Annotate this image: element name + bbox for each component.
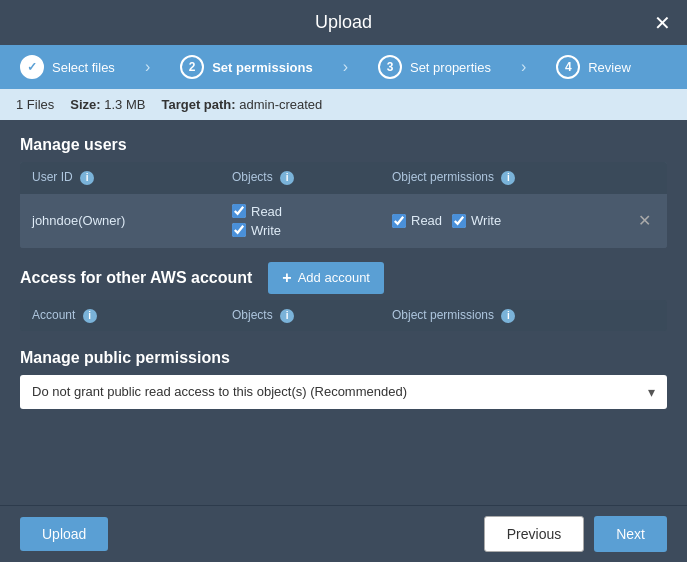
step-2-circle: 2 [180, 55, 204, 79]
objperm-read-label[interactable]: Read [392, 213, 442, 228]
objperm-write-label[interactable]: Write [452, 213, 501, 228]
public-perm-title: Manage public permissions [20, 349, 667, 367]
step-1-circle: ✓ [20, 55, 44, 79]
aws-table-header: Account i Objects i Object permissions i [20, 300, 667, 331]
info-bar: 1 Files Size: 1.3 MB Target path: admin-… [0, 89, 687, 120]
step-3[interactable]: 3 Set properties [378, 55, 491, 79]
objects-write-checkbox[interactable] [232, 223, 246, 237]
objects-read-label[interactable]: Read [232, 204, 392, 219]
public-perm-dropdown[interactable]: Do not grant public read access to this … [20, 375, 667, 409]
objperm-cell: Read Write ✕ [392, 211, 655, 230]
objects-write-text: Write [251, 223, 281, 238]
steps-bar: ✓ Select files › 2 Set permissions › 3 S… [0, 45, 687, 89]
upload-modal: Upload ✕ ✓ Select files › 2 Set permissi… [0, 0, 687, 562]
step-2-label: Set permissions [212, 60, 312, 75]
chevron-down-icon: ▾ [648, 384, 655, 400]
add-account-label: Add account [298, 270, 370, 285]
col-objects-header: Objects i [232, 170, 392, 185]
objperm-info-icon[interactable]: i [501, 171, 515, 185]
manage-users-title: Manage users [20, 136, 667, 154]
col-account-header: Account i [32, 308, 232, 323]
aws-access-section: Access for other AWS account + Add accou… [20, 262, 667, 331]
objperm-write-checkbox[interactable] [452, 214, 466, 228]
step-1-label: Select files [52, 60, 115, 75]
step-3-circle: 3 [378, 55, 402, 79]
users-table: User ID i Objects i Object permissions i… [20, 162, 667, 248]
modal-header: Upload ✕ [0, 0, 687, 45]
upload-button[interactable]: Upload [20, 517, 108, 551]
size-info: Size: 1.3 MB [70, 97, 145, 112]
step-4-circle: 4 [556, 55, 580, 79]
previous-button[interactable]: Previous [484, 516, 584, 552]
step-1[interactable]: ✓ Select files [20, 55, 115, 79]
account-info-icon[interactable]: i [83, 309, 97, 323]
col-objperm-header2: Object permissions i [392, 308, 655, 323]
col-objects-header2: Objects i [232, 308, 392, 323]
step-4[interactable]: 4 Review [556, 55, 631, 79]
divider-1: › [145, 58, 150, 76]
objects-cell: Read Write [232, 204, 392, 238]
objperm2-info-icon[interactable]: i [501, 309, 515, 323]
objects-info-icon[interactable]: i [280, 171, 294, 185]
objects-read-checkbox[interactable] [232, 204, 246, 218]
manage-users-section: Manage users User ID i Objects i Object … [20, 136, 667, 248]
modal-body: Manage users User ID i Objects i Object … [0, 120, 687, 505]
modal-title: Upload [315, 12, 372, 33]
col-objperm-header: Object permissions i [392, 170, 655, 185]
public-perm-value: Do not grant public read access to this … [32, 384, 407, 399]
modal-footer: Upload Previous Next [0, 505, 687, 562]
target-path: Target path: admin-created [161, 97, 322, 112]
table-row: johndoe(Owner) Read Write [20, 193, 667, 248]
objperm-read-checkbox[interactable] [392, 214, 406, 228]
objects2-info-icon[interactable]: i [280, 309, 294, 323]
close-button[interactable]: ✕ [654, 13, 671, 33]
users-table-header: User ID i Objects i Object permissions i [20, 162, 667, 193]
objects-write-label[interactable]: Write [232, 223, 392, 238]
add-account-button[interactable]: + Add account [268, 262, 384, 294]
plus-icon: + [282, 269, 291, 287]
user-id-cell: johndoe(Owner) [32, 213, 232, 228]
objects-read-text: Read [251, 204, 282, 219]
next-button[interactable]: Next [594, 516, 667, 552]
objperm-read-text: Read [411, 213, 442, 228]
objperm-write-text: Write [471, 213, 501, 228]
col-userid-header: User ID i [32, 170, 232, 185]
step-3-label: Set properties [410, 60, 491, 75]
userid-info-icon[interactable]: i [80, 171, 94, 185]
divider-3: › [521, 58, 526, 76]
step-2[interactable]: 2 Set permissions [180, 55, 312, 79]
access-section-header: Access for other AWS account + Add accou… [20, 262, 667, 294]
divider-2: › [343, 58, 348, 76]
public-perm-section: Manage public permissions Do not grant p… [20, 349, 667, 409]
remove-user-button[interactable]: ✕ [634, 211, 655, 230]
footer-nav-buttons: Previous Next [484, 516, 667, 552]
files-count: 1 Files [16, 97, 54, 112]
aws-account-table: Account i Objects i Object permissions i [20, 300, 667, 331]
step-4-label: Review [588, 60, 631, 75]
aws-access-title: Access for other AWS account [20, 269, 252, 287]
